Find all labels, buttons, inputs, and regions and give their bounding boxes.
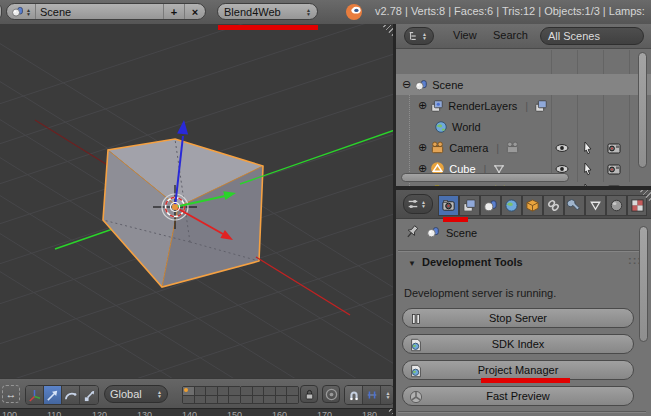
properties-vscrollbar[interactable] bbox=[639, 226, 648, 342]
pin-icon[interactable] bbox=[404, 224, 420, 240]
scene-icon bbox=[11, 5, 24, 18]
editor-type-selector[interactable]: ▲▼ bbox=[403, 194, 433, 214]
viewport-scene bbox=[0, 24, 395, 378]
blender-logo-icon bbox=[343, 2, 365, 22]
renderability-camera-icon[interactable] bbox=[606, 140, 622, 156]
lock-to-scene-button[interactable] bbox=[300, 385, 318, 403]
outliner-vscrollbar[interactable] bbox=[638, 52, 647, 168]
tab-render-layers[interactable] bbox=[459, 195, 480, 216]
breadcrumb: Scene bbox=[446, 227, 477, 239]
tab-scene[interactable] bbox=[480, 195, 501, 216]
outliner-row-world[interactable]: World bbox=[396, 116, 651, 137]
annotation-underline-project-manager bbox=[481, 378, 570, 383]
scene-datablock-selector: ▲▼ Scene + × bbox=[6, 3, 206, 20]
outliner-row-scene[interactable]: ⊖ Scene bbox=[396, 74, 651, 95]
outliner-panel: ▲▼ View Search All Scenes ⊖ Scene ⊕ bbox=[396, 24, 651, 186]
renderlayer-data-icon[interactable] bbox=[534, 99, 548, 113]
tab-object[interactable] bbox=[522, 195, 543, 216]
scene-name-field[interactable]: Scene bbox=[36, 4, 164, 19]
y-axis-positive bbox=[240, 130, 395, 184]
snap-group: ▲▼ bbox=[344, 385, 394, 405]
properties-editor-icon bbox=[407, 198, 419, 210]
snap-magnet-button[interactable] bbox=[345, 386, 363, 404]
properties-header: ▲▼ bbox=[396, 190, 651, 219]
tab-render[interactable] bbox=[438, 195, 459, 216]
blender-window: ▲▼ Scene + × Blend4Web ▲▼ v2.78 | Verts:… bbox=[0, 0, 651, 416]
layers-group-1[interactable] bbox=[182, 386, 241, 404]
proportional-edit-button[interactable] bbox=[322, 385, 340, 403]
visibility-eye-icon[interactable] bbox=[554, 140, 570, 156]
outliner-editor-icon bbox=[408, 30, 420, 42]
engine-spinner-arrows: ▲▼ bbox=[306, 8, 311, 16]
selectability-cursor-icon[interactable] bbox=[580, 161, 596, 177]
outliner-hscrollbar[interactable] bbox=[401, 173, 569, 182]
annotation-underline-render-tab bbox=[443, 217, 468, 222]
camera-icon bbox=[430, 140, 445, 155]
panel-title[interactable]: Development Tools bbox=[422, 256, 523, 268]
tab-modifiers[interactable] bbox=[564, 195, 585, 216]
annotation-underline-engine bbox=[218, 25, 318, 30]
manipulator-mode-group bbox=[25, 385, 99, 405]
outliner-row-camera[interactable]: ⊕ Camera | bbox=[396, 137, 651, 158]
info-header: ▲▼ Scene + × Blend4Web ▲▼ v2.78 | Verts:… bbox=[0, 0, 651, 26]
view-menu[interactable]: View bbox=[453, 29, 477, 41]
scene-browse-button[interactable]: ▲▼ bbox=[7, 4, 36, 19]
delete-scene-button[interactable]: × bbox=[185, 4, 205, 19]
3d-viewport[interactable] bbox=[0, 24, 395, 378]
tab-world[interactable] bbox=[501, 195, 522, 216]
scene-spinner-arrows[interactable]: ▲▼ bbox=[26, 8, 31, 16]
scene-icon bbox=[426, 225, 440, 239]
camera-data-icon[interactable] bbox=[505, 140, 520, 155]
editor-type-selector[interactable]: ▲▼ bbox=[404, 27, 434, 45]
project-manager-button[interactable]: Project Manager bbox=[402, 360, 634, 380]
panel-collapse-triangle-icon[interactable]: ▼ bbox=[408, 259, 416, 268]
layers-group-2[interactable] bbox=[240, 386, 299, 404]
snap-spinner-arrows[interactable]: ▲▼ bbox=[381, 386, 393, 404]
selectability-cursor-icon[interactable] bbox=[580, 140, 596, 156]
translate-manipulator-button[interactable] bbox=[44, 386, 62, 404]
manipulator-axes-button[interactable] bbox=[26, 386, 44, 404]
expand-icon[interactable]: ⊕ bbox=[418, 141, 427, 154]
snap-element-button[interactable] bbox=[363, 386, 381, 404]
tab-object-data[interactable] bbox=[585, 195, 606, 216]
collapse-icon[interactable]: ⊖ bbox=[402, 78, 411, 91]
x-axis-positive bbox=[256, 257, 350, 315]
display-mode-dropdown[interactable]: All Scenes bbox=[540, 27, 644, 45]
scene-statistics: v2.78 | Verts:8 | Faces:6 | Tris:12 | Ob… bbox=[375, 5, 645, 17]
tab-material[interactable] bbox=[606, 195, 627, 216]
expand-icon[interactable]: ⊕ bbox=[418, 99, 427, 112]
timeline-strip[interactable]: 100110 120130 140150 160170 180 bbox=[0, 408, 395, 416]
stop-server-button[interactable]: Stop Server bbox=[402, 308, 634, 328]
render-engine-selector[interactable]: Blend4Web ▲▼ bbox=[217, 3, 318, 20]
editor-type-button-partial[interactable] bbox=[0, 3, 2, 20]
fast-preview-button[interactable]: Fast Preview bbox=[402, 386, 634, 406]
scale-manipulator-button[interactable] bbox=[80, 386, 98, 404]
add-scene-button[interactable]: + bbox=[164, 4, 185, 19]
search-menu[interactable]: Search bbox=[493, 29, 528, 41]
tab-constraints[interactable] bbox=[543, 195, 564, 216]
world-icon bbox=[434, 120, 448, 134]
orientation-spinner-arrows: ▲▼ bbox=[157, 390, 162, 398]
manipulator-toggle-button[interactable]: ↔ bbox=[2, 385, 20, 403]
outliner-row-renderlayers[interactable]: ⊕ RenderLayers | bbox=[396, 95, 651, 116]
viewport-header: ↔ Global ▲▼ bbox=[0, 378, 395, 410]
scene-icon bbox=[414, 78, 428, 92]
outliner-header: ▲▼ View Search All Scenes bbox=[396, 24, 651, 49]
renderlayers-icon bbox=[430, 99, 444, 113]
tab-texture[interactable] bbox=[627, 195, 647, 216]
object-origin bbox=[172, 204, 178, 210]
transform-orientation-dropdown[interactable]: Global ▲▼ bbox=[104, 385, 168, 403]
sdk-index-button[interactable]: SDK Index bbox=[402, 334, 634, 354]
rotate-manipulator-button[interactable] bbox=[62, 386, 80, 404]
renderability-camera-icon[interactable] bbox=[606, 161, 622, 177]
server-status-text: Development server is running. bbox=[404, 287, 556, 299]
